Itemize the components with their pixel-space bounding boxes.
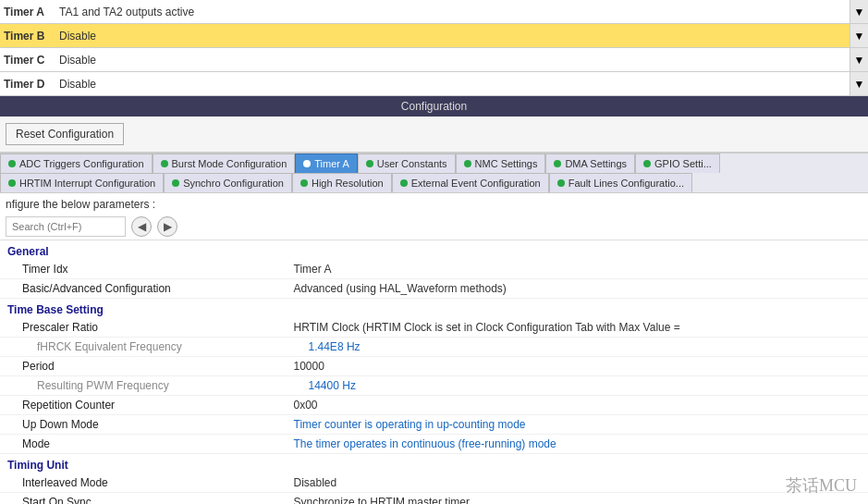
param-value: HRTIM Clock (HRTIM Clock is set in Clock… — [272, 318, 868, 338]
param-value: Disabled — [272, 473, 868, 493]
tabs-row-2: HRTIM Interrupt ConfigurationSynchro Con… — [0, 173, 868, 193]
param-value: 1.44E8 Hz — [272, 338, 868, 357]
section-timing-unit: Timing Unit — [0, 454, 868, 474]
tab-label: High Resolution — [312, 178, 384, 189]
tab-label: Timer A — [314, 158, 349, 169]
timer-d-label: Timer D — [0, 78, 55, 91]
timer-b-row: Timer B Disable ▼ — [0, 24, 868, 48]
prev-nav-button[interactable]: ◀ — [131, 216, 152, 237]
param-row: Prescaler Ratio HRTIM Clock (HRTIM Clock… — [0, 318, 868, 338]
tab-dot — [557, 179, 565, 187]
param-row: Up Down Mode Timer counter is operating … — [0, 415, 868, 435]
param-row: Repetition Counter 0x00 — [0, 396, 868, 415]
tab-fault-lines[interactable]: Fault Lines Configuratio... — [549, 173, 692, 192]
param-name: Timer Idx — [0, 260, 272, 279]
param-row: Start On Sync... Synchronize to HRTIM ma… — [0, 493, 868, 505]
timer-b-value: Disable — [55, 30, 850, 43]
timer-b-label: Timer B — [0, 30, 55, 43]
tab-label: NMC Settings — [475, 158, 538, 169]
section-time-base-setting: Time Base Setting — [0, 299, 868, 319]
tab-label: ADC Triggers Configuration — [19, 158, 144, 169]
timer-d-value: Disable — [55, 78, 850, 91]
configure-label: nfigure the below parameters : — [0, 193, 868, 214]
param-name: fHRCK Equivalent Frequency — [0, 338, 272, 357]
param-name: Start On Sync... — [0, 493, 272, 505]
tab-dot — [8, 179, 16, 187]
timer-a-row: Timer A TA1 and TA2 outputs active ▼ — [0, 0, 868, 24]
tabs-row-1: ADC Triggers ConfigurationBurst Mode Con… — [0, 153, 868, 173]
tab-label: External Event Configuration — [411, 178, 541, 189]
timer-a-label: Timer A — [0, 6, 55, 18]
tab-burst-mode[interactable]: Burst Mode Configuration — [153, 154, 296, 173]
section-general: General — [0, 240, 868, 260]
tab-label: User Constants — [377, 158, 447, 169]
next-nav-button[interactable]: ▶ — [157, 216, 177, 237]
param-row: Basic/Advanced Configuration Advanced (u… — [0, 279, 868, 299]
param-name: Prescaler Ratio — [0, 318, 272, 338]
param-row: Interleaved Mode Disabled — [0, 473, 868, 493]
param-name: Basic/Advanced Configuration — [0, 279, 272, 299]
timer-c-dropdown[interactable]: ▼ — [850, 48, 868, 71]
tab-nvc-settings[interactable]: NMC Settings — [456, 154, 546, 173]
tab-dot — [303, 160, 311, 167]
reset-config-button[interactable]: Reset Configuration — [6, 123, 124, 145]
tab-dot — [172, 179, 179, 187]
param-value: 14400 Hz — [272, 376, 868, 396]
tab-dot — [366, 160, 373, 167]
param-row: Mode The timer operates in continuous (f… — [0, 435, 868, 454]
tab-dot — [554, 160, 561, 167]
timer-b-dropdown[interactable]: ▼ — [850, 24, 868, 47]
timer-a-dropdown[interactable]: ▼ — [850, 0, 868, 23]
tab-hrtim-interrupt[interactable]: HRTIM Interrupt Configuration — [0, 173, 164, 192]
tab-high-resolution[interactable]: High Resolution — [292, 173, 392, 192]
param-value: Timer A — [272, 260, 868, 279]
tab-label: HRTIM Interrupt Configuration — [19, 178, 155, 189]
search-input[interactable] — [6, 216, 126, 237]
tab-dot — [464, 160, 471, 167]
tab-label: GPIO Setti... — [654, 158, 712, 169]
tab-label: Synchro Configuration — [183, 178, 284, 189]
tab-gpio-settings[interactable]: GPIO Setti... — [635, 154, 720, 173]
timer-c-value: Disable — [55, 54, 850, 67]
param-value: Timer counter is operating in up-countin… — [272, 415, 868, 435]
param-row: Timer Idx Timer A — [0, 260, 868, 279]
tab-dot — [300, 179, 308, 187]
param-name: Mode — [0, 435, 272, 454]
param-row: Period 10000 — [0, 357, 868, 376]
param-value: 10000 — [272, 357, 868, 376]
config-header: Configuration — [0, 96, 868, 117]
param-value: Advanced (using HAL_Waveform methods) — [272, 279, 868, 299]
param-name: Period — [0, 357, 272, 376]
param-name: Up Down Mode — [0, 415, 272, 435]
param-name: Resulting PWM Frequency — [0, 376, 272, 396]
tab-dot — [8, 160, 16, 167]
timer-c-label: Timer C — [0, 54, 55, 67]
timer-d-dropdown[interactable]: ▼ — [850, 72, 868, 95]
param-name: Interleaved Mode — [0, 473, 272, 493]
tab-dot — [643, 160, 651, 167]
tab-adc-triggers[interactable]: ADC Triggers Configuration — [0, 154, 153, 173]
tab-dma-settings[interactable]: DMA Settings — [545, 154, 635, 173]
tab-label: Fault Lines Configuratio... — [568, 178, 684, 189]
param-row: fHRCK Equivalent Frequency 1.44E8 Hz — [0, 338, 868, 357]
timer-d-row: Timer D Disable ▼ — [0, 72, 868, 96]
tab-external-event[interactable]: External Event Configuration — [392, 173, 549, 192]
tab-synchro[interactable]: Synchro Configuration — [164, 173, 292, 192]
search-row: ◀ ▶ — [0, 214, 868, 240]
param-row: Resulting PWM Frequency 14400 Hz — [0, 376, 868, 396]
param-value: Synchronize to HRTIM master timer — [272, 493, 868, 505]
timer-c-row: Timer C Disable ▼ — [0, 48, 868, 72]
param-name: Repetition Counter — [0, 396, 272, 415]
param-value: The timer operates in continuous (free-r… — [272, 435, 868, 454]
tab-label: DMA Settings — [565, 158, 627, 169]
param-value: 0x00 — [272, 396, 868, 415]
tab-dot — [161, 160, 168, 167]
tab-timer-a-tab[interactable]: Timer A — [295, 154, 358, 173]
tab-user-constants[interactable]: User Constants — [358, 154, 456, 173]
timer-a-value: TA1 and TA2 outputs active — [55, 6, 850, 18]
tab-dot — [400, 179, 408, 187]
tab-label: Burst Mode Configuration — [172, 158, 287, 169]
